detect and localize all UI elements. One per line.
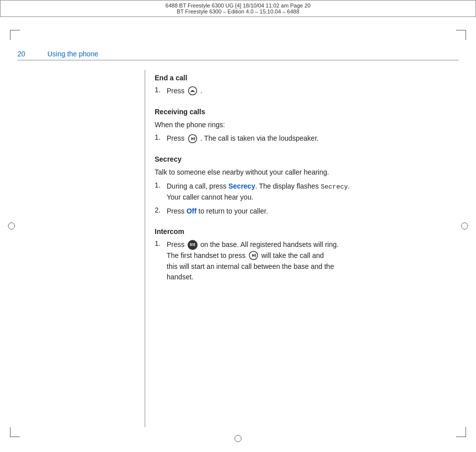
step-content: Press . The call is taken via the loudsp… bbox=[167, 133, 319, 144]
secrecy-intro: Talk to someone else nearby without your… bbox=[155, 167, 451, 178]
page-section: 20 Using the phone bbox=[17, 50, 459, 60]
heading-end-a-call: End a call bbox=[155, 74, 451, 82]
circle-marker-bottom bbox=[235, 435, 241, 442]
receiving-calls-intro: When the phone rings: bbox=[155, 120, 451, 131]
receiving-calls-step1: 1. Press . The call is taken via the lou… bbox=[155, 133, 451, 144]
step-num: 1. bbox=[155, 181, 164, 189]
int-button-icon: Int bbox=[188, 240, 198, 250]
page-header: 20 Using the phone bbox=[17, 50, 459, 60]
step-num: 1. bbox=[155, 133, 164, 141]
end-call-step1: 1. Press . bbox=[155, 86, 451, 97]
secrecy-step2: 2. Press Off to return to your caller. bbox=[155, 206, 451, 217]
divider-line bbox=[17, 60, 459, 60]
step-content: Press Int on the base. All registered ha… bbox=[167, 239, 339, 283]
section-receiving-calls: Receiving calls When the phone rings: 1.… bbox=[155, 108, 451, 144]
section-title: Using the phone bbox=[47, 50, 98, 58]
step-content: During a call, press Secrecy. The displa… bbox=[167, 181, 350, 203]
secrecy-step1: 1. During a call, press Secrecy. The dis… bbox=[155, 181, 451, 203]
content-area: End a call 1. Press . Receiving calls Wh… bbox=[155, 74, 451, 294]
left-column-divider bbox=[145, 70, 145, 427]
section-secrecy: Secrecy Talk to someone else nearby with… bbox=[155, 155, 451, 217]
step-num: 1. bbox=[155, 86, 164, 94]
secrecy-button-label: Secrecy bbox=[229, 182, 255, 190]
speaker-icon-2 bbox=[248, 250, 258, 260]
crop-mark-bl bbox=[10, 427, 20, 437]
speaker-icon bbox=[188, 134, 198, 144]
receiving-calls-intro-text: When the phone rings: bbox=[155, 120, 451, 131]
secrecy-intro-text: Talk to someone else nearby without your… bbox=[155, 167, 451, 178]
off-button-label: Off bbox=[187, 207, 197, 215]
crop-mark-tl bbox=[10, 30, 20, 40]
circle-marker-left bbox=[8, 223, 15, 229]
header-line1: 6488 BT Freestyle 6300 UG [4] 18/10/04 1… bbox=[4, 2, 472, 8]
end-call-icon bbox=[188, 86, 198, 96]
secrecy-display: Secrecy bbox=[321, 183, 348, 191]
heading-secrecy: Secrecy bbox=[155, 155, 451, 163]
step-content: Press Off to return to your caller. bbox=[167, 206, 268, 217]
step-content: Press . bbox=[167, 86, 202, 97]
page-number: 20 bbox=[17, 50, 32, 58]
section-end-a-call: End a call 1. Press . bbox=[155, 74, 451, 97]
heading-receiving-calls: Receiving calls bbox=[155, 108, 451, 116]
header-bar: 6488 BT Freestyle 6300 UG [4] 18/10/04 1… bbox=[0, 0, 476, 17]
crop-mark-br bbox=[456, 427, 466, 437]
circle-marker-right bbox=[461, 223, 468, 229]
crop-mark-tr bbox=[456, 30, 466, 40]
section-intercom: Intercom 1. Press Int on the base. All r… bbox=[155, 227, 451, 283]
step-num: 1. bbox=[155, 239, 164, 247]
intercom-step1: 1. Press Int on the base. All registered… bbox=[155, 239, 451, 283]
heading-intercom: Intercom bbox=[155, 227, 451, 235]
step-num: 2. bbox=[155, 206, 164, 214]
header-line2: BT Freestyle 6300 – Edition 4.0 – 15.10.… bbox=[177, 8, 299, 14]
